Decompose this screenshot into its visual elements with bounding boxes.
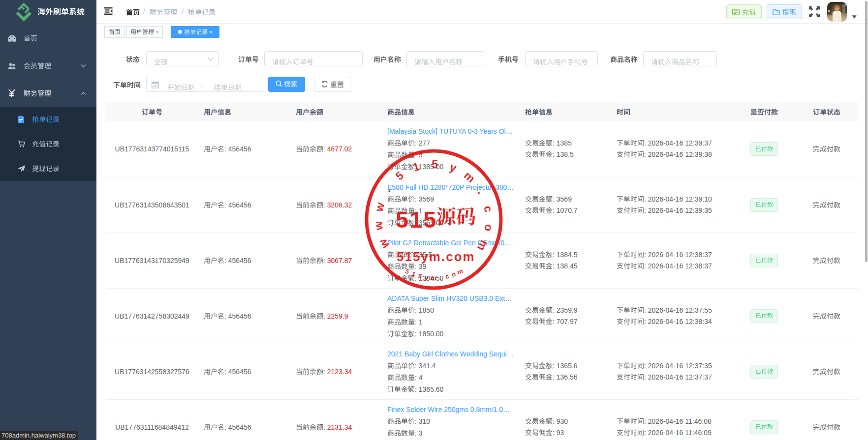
svg-text:y: y bbox=[425, 273, 430, 281]
svg-text:5: 5 bbox=[417, 272, 423, 280]
svg-text:o: o bbox=[451, 270, 457, 279]
svg-text:1: 1 bbox=[410, 270, 416, 278]
svg-text:5: 5 bbox=[404, 267, 410, 276]
svg-text:c: c bbox=[444, 272, 449, 280]
svg-text:m: m bbox=[456, 267, 464, 276]
svg-text:.: . bbox=[439, 274, 441, 281]
svg-text:m: m bbox=[431, 274, 436, 281]
